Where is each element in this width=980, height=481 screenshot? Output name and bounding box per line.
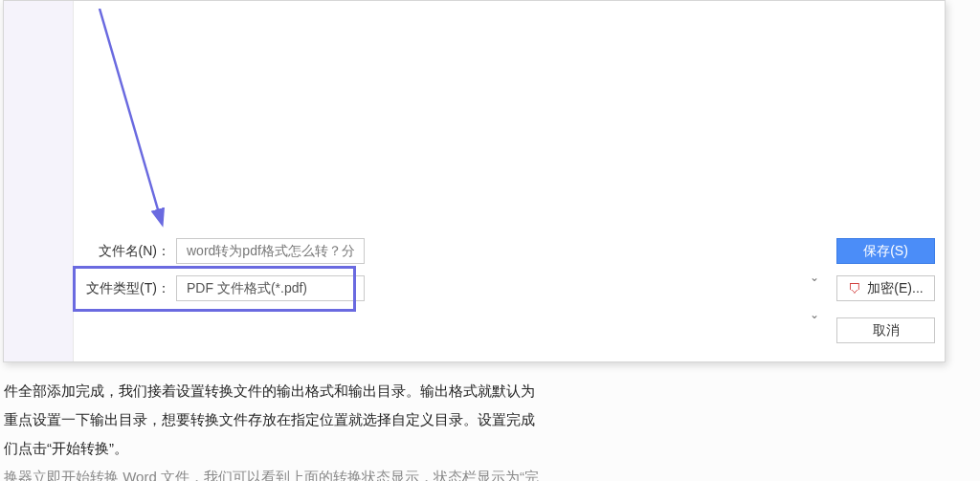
dialog-left-panel xyxy=(4,1,74,361)
filename-input-wrap: ⌄ xyxy=(176,238,825,264)
filename-row: 文件名(N)： ⌄ 保存(S) xyxy=(78,238,935,264)
annotation-arrow-icon xyxy=(90,9,186,238)
background-article-text: 件全部添加完成，我们接着设置转换文件的输出格式和输出目录。输出格式就默认为 重点… xyxy=(0,365,980,481)
encrypt-button[interactable]: ⛉ 加密(E)... xyxy=(836,275,935,301)
filetype-select[interactable] xyxy=(176,275,365,301)
encrypt-button-label: 加密(E)... xyxy=(867,280,923,297)
shield-icon: ⛉ xyxy=(848,281,861,296)
filename-input[interactable] xyxy=(176,238,365,264)
filetype-label: 文件类型(T)： xyxy=(78,280,176,297)
filetype-row: 文件类型(T)： ⌄ ⛉ 加密(E)... xyxy=(78,275,935,301)
article-line: 们点击“开始转换”。 xyxy=(4,434,976,463)
article-line: 重点设置一下输出目录，想要转换文件存放在指定位置就选择自定义目录。设置完成 xyxy=(4,405,976,434)
filename-label: 文件名(N)： xyxy=(78,243,176,260)
save-dialog: 文件名(N)： ⌄ 保存(S) 文件类型(T)： ⌄ ⛉ 加密(E)... 取消 xyxy=(3,0,946,362)
save-button[interactable]: 保存(S) xyxy=(836,238,935,264)
cancel-row: 取消 xyxy=(78,317,935,343)
filetype-select-wrap: ⌄ xyxy=(176,275,825,301)
svg-line-0 xyxy=(100,9,162,223)
article-line: 件全部添加完成，我们接着设置转换文件的输出格式和输出目录。输出格式就默认为 xyxy=(4,377,976,405)
article-line: 换器立即开始转换 Word 文件，我们可以看到上面的转换状态显示，状态栏显示为“… xyxy=(4,463,976,481)
cancel-button[interactable]: 取消 xyxy=(836,317,935,343)
